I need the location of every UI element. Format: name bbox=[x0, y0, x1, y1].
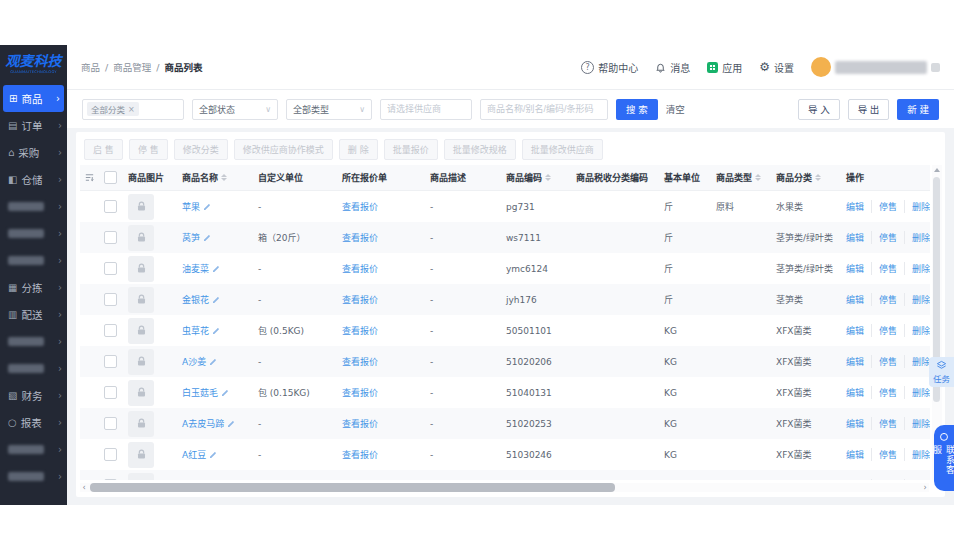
breadcrumb-item[interactable]: 商品管理 bbox=[113, 60, 151, 74]
product-image-placeholder[interactable] bbox=[128, 349, 154, 375]
stop-sale-link[interactable]: 停售 bbox=[871, 355, 897, 368]
edit-pencil-icon[interactable] bbox=[212, 296, 220, 304]
bulk-action-button[interactable]: 停 售 bbox=[129, 139, 168, 160]
delete-link[interactable]: 删除 bbox=[904, 200, 930, 213]
bulk-action-button[interactable]: 批量报价 bbox=[384, 139, 438, 160]
product-name-link[interactable]: 莴笋 bbox=[182, 231, 200, 244]
row-checkbox[interactable] bbox=[104, 231, 117, 244]
delete-link[interactable]: 删除 bbox=[904, 293, 930, 306]
row-checkbox[interactable] bbox=[104, 417, 117, 430]
product-name-link[interactable]: 虫草花 bbox=[182, 324, 209, 337]
product-image-placeholder[interactable] bbox=[128, 380, 154, 406]
product-name-link[interactable]: A绿豆 bbox=[182, 479, 206, 480]
product-image-placeholder[interactable] bbox=[128, 256, 154, 282]
view-quote-link[interactable]: 查看报价 bbox=[342, 386, 378, 399]
type-select[interactable]: 全部类型 ∨ bbox=[286, 99, 372, 120]
column-header[interactable]: 商品图片 bbox=[124, 165, 178, 190]
category-multiselect[interactable]: 全部分类 × bbox=[82, 99, 184, 120]
sidebar-item[interactable]: ▤ 订单 › bbox=[0, 112, 67, 139]
search-button[interactable]: 搜 索 bbox=[616, 99, 658, 120]
view-quote-link[interactable]: 查看报价 bbox=[342, 324, 378, 337]
bulk-action-button[interactable]: 批量修改供应商 bbox=[522, 139, 603, 160]
scroll-up-arrow[interactable] bbox=[934, 168, 940, 172]
row-checkbox[interactable] bbox=[104, 479, 117, 480]
sidebar-item[interactable]: › bbox=[0, 436, 67, 463]
select-all-checkbox[interactable] bbox=[104, 171, 117, 184]
sidebar-item[interactable]: ◧ 仓储 › bbox=[0, 166, 67, 193]
column-header[interactable]: 基本单位 bbox=[660, 165, 712, 190]
import-button[interactable]: 导 入 bbox=[798, 99, 840, 120]
column-header[interactable]: 所在报价单 bbox=[338, 165, 426, 190]
delete-link[interactable]: 删除 bbox=[904, 324, 930, 337]
create-button[interactable]: 新 建 bbox=[897, 99, 939, 120]
sort-icon[interactable] bbox=[755, 174, 761, 181]
tag-close-icon[interactable]: × bbox=[128, 105, 135, 114]
stop-sale-link[interactable]: 停售 bbox=[871, 386, 897, 399]
edit-pencil-icon[interactable] bbox=[209, 358, 217, 366]
row-checkbox[interactable] bbox=[104, 200, 117, 213]
column-header[interactable]: 商品类型 bbox=[712, 165, 772, 190]
column-header[interactable]: 商品税收分类编码 bbox=[572, 165, 660, 190]
stop-sale-link[interactable]: 停售 bbox=[871, 417, 897, 430]
supplier-input[interactable] bbox=[380, 99, 472, 120]
stop-sale-link[interactable]: 停售 bbox=[871, 231, 897, 244]
edit-link[interactable]: 编辑 bbox=[846, 355, 864, 368]
product-name-link[interactable]: A沙姜 bbox=[182, 355, 206, 368]
row-checkbox[interactable] bbox=[104, 448, 117, 461]
edit-pencil-icon[interactable] bbox=[203, 234, 211, 242]
bulk-action-button[interactable]: 修改分类 bbox=[174, 139, 228, 160]
sidebar-item[interactable]: › bbox=[0, 355, 67, 382]
product-name-link[interactable]: 金银花 bbox=[182, 293, 209, 306]
stop-sale-link[interactable]: 停售 bbox=[871, 200, 897, 213]
edit-pencil-icon[interactable] bbox=[212, 327, 220, 335]
edit-link[interactable]: 编辑 bbox=[846, 324, 864, 337]
keyword-search-input[interactable] bbox=[480, 99, 608, 120]
delete-link[interactable]: 删除 bbox=[904, 479, 930, 480]
row-checkbox[interactable] bbox=[104, 386, 117, 399]
scroll-left-arrow[interactable]: ‹ bbox=[80, 483, 88, 492]
sidebar-item[interactable]: › bbox=[0, 220, 67, 247]
status-select[interactable]: 全部状态 ∨ bbox=[192, 99, 278, 120]
sidebar-item[interactable]: ⊞ 商品 › bbox=[3, 85, 64, 112]
edit-pencil-icon[interactable] bbox=[227, 420, 235, 428]
product-name-link[interactable]: 苹果 bbox=[182, 200, 200, 213]
apps-button[interactable]: 应用 bbox=[707, 60, 742, 75]
row-checkbox[interactable] bbox=[104, 293, 117, 306]
horizontal-scrollbar[interactable]: ‹ › bbox=[80, 483, 929, 492]
bulk-action-button[interactable]: 删 除 bbox=[339, 139, 378, 160]
edit-link[interactable]: 编辑 bbox=[846, 200, 864, 213]
delete-link[interactable]: 删除 bbox=[904, 386, 930, 399]
sort-icon[interactable] bbox=[815, 174, 821, 181]
bulk-action-button[interactable]: 批量修改规格 bbox=[444, 139, 516, 160]
column-header[interactable]: 自定义单位 bbox=[254, 165, 338, 190]
stop-sale-link[interactable]: 停售 bbox=[871, 448, 897, 461]
row-checkbox[interactable] bbox=[104, 262, 117, 275]
edit-pencil-icon[interactable] bbox=[221, 389, 229, 397]
edit-link[interactable]: 编辑 bbox=[846, 417, 864, 430]
delete-link[interactable]: 删除 bbox=[904, 448, 930, 461]
edit-link[interactable]: 编辑 bbox=[846, 479, 864, 480]
column-header[interactable]: 商品描述 bbox=[426, 165, 502, 190]
edit-pencil-icon[interactable] bbox=[203, 203, 211, 211]
stop-sale-link[interactable]: 停售 bbox=[871, 293, 897, 306]
sidebar-item[interactable]: ⌂ 采购 › bbox=[0, 139, 67, 166]
column-header[interactable]: 商品分类 bbox=[772, 165, 842, 190]
settings-button[interactable]: ⚙ 设置 bbox=[759, 60, 794, 75]
view-quote-link[interactable]: 查看报价 bbox=[342, 355, 378, 368]
delete-link[interactable]: 删除 bbox=[904, 231, 930, 244]
edit-pencil-icon[interactable] bbox=[212, 265, 220, 273]
sidebar-item[interactable]: › bbox=[0, 247, 67, 274]
messages-button[interactable]: 消息 bbox=[655, 60, 690, 75]
column-header[interactable]: 商品名称 bbox=[178, 165, 254, 190]
delete-link[interactable]: 删除 bbox=[904, 262, 930, 275]
tasks-widget[interactable]: 任务 bbox=[929, 357, 954, 387]
horizontal-scroll-track[interactable] bbox=[88, 483, 921, 492]
view-quote-link[interactable]: 查看报价 bbox=[342, 448, 378, 461]
bulk-action-button[interactable]: 修改供应商协作模式 bbox=[234, 139, 333, 160]
edit-link[interactable]: 编辑 bbox=[846, 448, 864, 461]
row-checkbox[interactable] bbox=[104, 324, 117, 337]
product-image-placeholder[interactable] bbox=[128, 473, 154, 481]
export-button[interactable]: 导 出 bbox=[848, 99, 890, 120]
sidebar-item[interactable]: › bbox=[0, 463, 67, 490]
column-header[interactable]: 商品编码 bbox=[502, 165, 572, 190]
